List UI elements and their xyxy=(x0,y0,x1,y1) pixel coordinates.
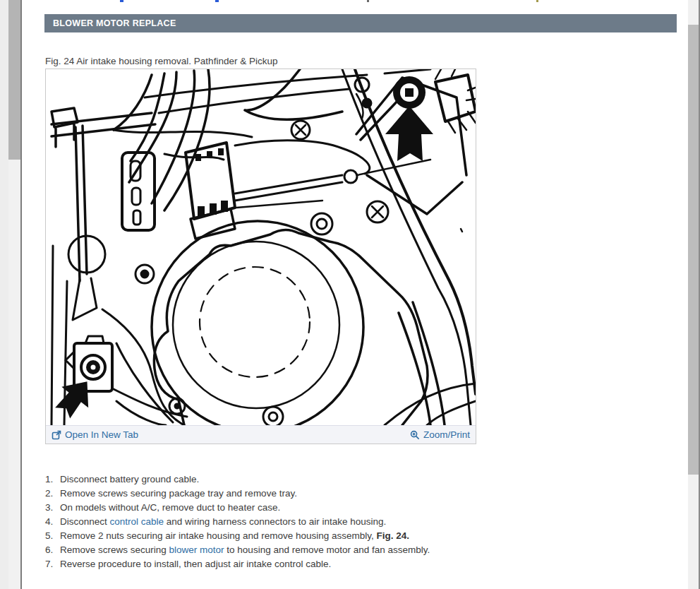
figure-toolbar: Open In New Tab Zoom/Print xyxy=(46,425,476,444)
step-number: 1. xyxy=(45,472,60,487)
right-scrollbar-thumb[interactable] xyxy=(688,25,699,475)
step-text: Disconnect battery ground cable. xyxy=(60,472,199,487)
figure-caption: Fig. 24 Air intake housing removal. Path… xyxy=(45,56,277,66)
list-item: 4.Disconnect control cable and wiring ha… xyxy=(45,515,430,529)
list-item: 6.Remove screws securing blower motor to… xyxy=(45,543,430,557)
step-number: 2. xyxy=(45,487,60,501)
section-header: BLOWER MOTOR REPLACE xyxy=(44,14,677,32)
figure-reference: Fig. 24. xyxy=(377,530,410,541)
list-item: 2.Remove screws securing package tray an… xyxy=(45,487,430,501)
step-number: 5. xyxy=(45,529,60,543)
inline-term-link[interactable]: blower motor xyxy=(169,545,224,555)
step-text: On models without A/C, remove duct to he… xyxy=(60,501,280,515)
cut-off-text-fragment xyxy=(367,0,369,2)
cut-off-link-fragment xyxy=(120,0,123,2)
step-text: Remove screws securing package tray and … xyxy=(60,487,297,501)
procedure-steps: 1.Disconnect battery ground cable.2.Remo… xyxy=(45,472,430,571)
step-text: Remove 2 nuts securing air intake housin… xyxy=(60,529,409,543)
section-title: BLOWER MOTOR REPLACE xyxy=(53,18,176,28)
figure-frame: Open In New Tab Zoom/Print xyxy=(45,69,476,444)
zoom-in-icon xyxy=(410,430,420,440)
list-item: 3.On models without A/C, remove duct to … xyxy=(45,501,430,515)
list-item: 7.Reverse procedure to install, then adj… xyxy=(45,557,430,571)
cut-off-text-fragment xyxy=(536,0,538,2)
step-number: 3. xyxy=(45,501,60,515)
left-scrollbar-thumb[interactable] xyxy=(8,0,20,160)
open-in-new-icon xyxy=(52,430,61,440)
cut-off-link-fragment xyxy=(215,0,219,2)
figure-diagram xyxy=(46,69,476,425)
step-number: 6. xyxy=(45,543,60,557)
step-text: Reverse procedure to install, then adjus… xyxy=(60,557,331,571)
zoom-print-link[interactable]: Zoom/Print xyxy=(410,429,470,440)
inline-term-link[interactable]: control cable xyxy=(110,516,164,527)
step-text: Disconnect control cable and wiring harn… xyxy=(60,515,386,529)
open-in-new-tab-link[interactable]: Open In New Tab xyxy=(52,429,138,440)
step-text: Remove screws securing blower motor to h… xyxy=(60,543,430,557)
list-item: 1.Disconnect battery ground cable. xyxy=(45,472,430,487)
zoom-print-label: Zoom/Print xyxy=(423,429,470,440)
open-in-new-tab-label: Open In New Tab xyxy=(65,429,138,440)
step-number: 4. xyxy=(45,515,60,529)
list-item: 5.Remove 2 nuts securing air intake hous… xyxy=(45,529,430,543)
step-number: 7. xyxy=(45,557,60,571)
